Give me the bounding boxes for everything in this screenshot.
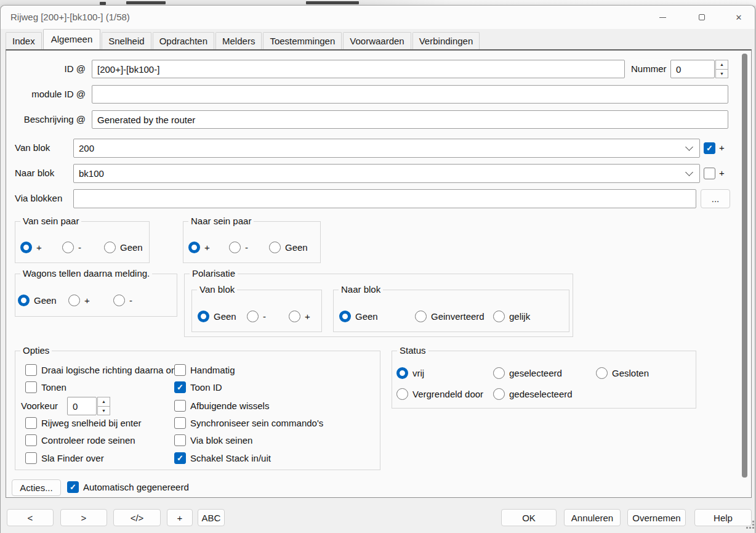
tab-snelheid[interactable]: Snelheid xyxy=(102,32,151,49)
beschrijving-input[interactable] xyxy=(92,110,728,129)
checkbox-schakel-stack[interactable]: Schakel Stack in/uit xyxy=(174,452,271,464)
naar-blok-combobox[interactable]: bk100 xyxy=(73,164,700,183)
checkbox-icon[interactable] xyxy=(174,364,186,376)
acties-button[interactable]: Acties... xyxy=(12,479,61,496)
radio-icon[interactable] xyxy=(493,388,505,400)
nummer-input[interactable] xyxy=(670,60,715,78)
radio-van-sein-geen[interactable]: Geen xyxy=(104,242,143,253)
checkbox-via-blok-seinen[interactable]: Via blok seinen xyxy=(174,434,252,446)
radio-icon[interactable] xyxy=(229,242,241,253)
tab-algemeen[interactable]: Algemeen xyxy=(43,29,101,49)
radio-wagons-geen[interactable]: Geen xyxy=(18,295,57,306)
checkbox-icon[interactable] xyxy=(25,452,37,464)
nav-next-button[interactable]: > xyxy=(60,509,107,526)
radio-status-vrij[interactable]: vrij xyxy=(396,367,424,379)
abc-button[interactable]: ABC xyxy=(198,509,225,526)
radio-pol-van-geen[interactable]: Geen xyxy=(198,311,236,322)
radio-icon[interactable] xyxy=(289,311,300,322)
radio-naar-sein-geen[interactable]: Geen xyxy=(269,242,308,253)
overnemen-button[interactable]: Overnemen xyxy=(627,509,686,526)
checkbox-sla-finder-over[interactable]: Sla Finder over xyxy=(25,452,104,464)
radio-status-vergrendeld[interactable]: Vergrendeld door xyxy=(396,388,483,400)
spin-down-icon[interactable]: ▼ xyxy=(715,70,728,79)
tab-toestemmingen[interactable]: Toestemmingen xyxy=(263,32,342,49)
radio-icon[interactable] xyxy=(415,311,427,322)
radio-icon[interactable] xyxy=(596,367,608,379)
checkbox-afbuigende-wissels[interactable]: Afbuigende wissels xyxy=(174,400,269,412)
tab-voorwaarden[interactable]: Voorwaarden xyxy=(343,32,411,49)
radio-icon[interactable] xyxy=(113,295,125,306)
checkbox-icon[interactable] xyxy=(174,381,186,393)
xml-view-button[interactable]: </> xyxy=(113,509,161,526)
checkbox-rijweg-snelheid[interactable]: Rijweg snelheid bij enter xyxy=(25,417,142,429)
nummer-spinner[interactable]: ▲ ▼ xyxy=(715,60,728,78)
spin-up-icon[interactable]: ▲ xyxy=(715,60,728,70)
radio-icon[interactable] xyxy=(247,311,259,322)
annuleren-button[interactable]: Annuleren xyxy=(564,509,621,526)
checkbox-tonen[interactable]: Tonen xyxy=(25,381,66,393)
checkbox-handmatig[interactable]: Handmatig xyxy=(174,364,235,376)
van-blok-combobox[interactable]: 200 xyxy=(73,139,700,158)
radio-pol-naar-gelijk[interactable]: gelijk xyxy=(493,311,530,322)
spin-down-icon[interactable]: ▼ xyxy=(97,407,110,416)
checkbox-icon[interactable] xyxy=(174,434,186,446)
radio-icon[interactable] xyxy=(188,242,200,253)
spin-up-icon[interactable]: ▲ xyxy=(97,397,110,407)
checkbox-toon-id[interactable]: Toon ID xyxy=(174,381,222,393)
nav-previous-button[interactable]: < xyxy=(7,509,54,526)
id-input[interactable] xyxy=(92,60,625,78)
radio-pol-van-plus[interactable]: + xyxy=(289,311,310,322)
radio-icon[interactable] xyxy=(396,367,408,379)
radio-wagons-plus[interactable]: + xyxy=(68,295,90,306)
checkbox-icon[interactable] xyxy=(25,417,37,429)
checkbox-synchroniseer-sein[interactable]: Synchroniseer sein commando's xyxy=(174,417,323,429)
checkbox-icon[interactable] xyxy=(25,434,37,446)
radio-icon[interactable] xyxy=(339,311,351,322)
resize-grip[interactable] xyxy=(746,521,755,529)
module-id-input[interactable] xyxy=(92,85,728,104)
help-button[interactable]: Help xyxy=(694,509,752,526)
van-blok-plus-checkbox[interactable] xyxy=(704,142,715,154)
vertical-scrollbar-thumb[interactable] xyxy=(742,54,747,478)
radio-naar-sein-min[interactable]: - xyxy=(229,242,248,253)
radio-status-geselecteerd[interactable]: geselecteerd xyxy=(493,367,562,379)
radio-status-gedeselecteerd[interactable]: gedeselecteerd xyxy=(493,388,573,400)
checkbox-controleer-rode-seinen[interactable]: Controleer rode seinen xyxy=(25,434,135,446)
tab-index[interactable]: Index xyxy=(6,32,42,49)
radio-icon[interactable] xyxy=(493,367,505,379)
radio-van-sein-plus[interactable]: + xyxy=(20,242,42,253)
checkbox-icon[interactable] xyxy=(25,364,37,376)
ok-button[interactable]: OK xyxy=(501,509,557,526)
radio-icon[interactable] xyxy=(493,311,505,322)
radio-van-sein-min[interactable]: - xyxy=(62,242,81,253)
radio-icon[interactable] xyxy=(269,242,281,253)
checkbox-icon[interactable] xyxy=(25,381,37,393)
radio-icon[interactable] xyxy=(68,295,80,306)
radio-icon[interactable] xyxy=(62,242,74,253)
checkbox-icon[interactable] xyxy=(174,417,186,429)
checkbox-icon[interactable] xyxy=(67,481,79,493)
voorkeur-input[interactable] xyxy=(67,397,97,415)
tab-opdrachten[interactable]: Opdrachten xyxy=(153,32,214,49)
maximize-button[interactable] xyxy=(688,6,716,29)
radio-icon[interactable] xyxy=(104,242,116,253)
add-button[interactable]: + xyxy=(167,509,193,526)
tab-verbindingen[interactable]: Verbindingen xyxy=(412,32,480,49)
radio-pol-naar-geen[interactable]: Geen xyxy=(339,311,378,322)
radio-icon[interactable] xyxy=(20,242,32,253)
via-blokken-input[interactable] xyxy=(73,189,696,208)
radio-icon[interactable] xyxy=(18,295,30,306)
tab-melders[interactable]: Melders xyxy=(215,32,262,49)
checkbox-automatisch-gegenereerd[interactable]: Automatisch gegenereerd xyxy=(67,481,189,493)
radio-pol-naar-geinverteerd[interactable]: Geinverteerd xyxy=(415,311,485,322)
radio-wagons-min[interactable]: - xyxy=(113,295,132,306)
naar-blok-plus-checkbox[interactable] xyxy=(704,168,715,179)
minimize-button[interactable] xyxy=(648,6,677,29)
radio-icon[interactable] xyxy=(396,388,408,400)
radio-pol-van-min[interactable]: - xyxy=(247,311,266,322)
via-blokken-browse-button[interactable]: ... xyxy=(701,189,730,208)
radio-icon[interactable] xyxy=(198,311,209,322)
voorkeur-spinner[interactable]: ▲ ▼ xyxy=(97,397,110,415)
radio-status-gesloten[interactable]: Gesloten xyxy=(596,367,649,379)
checkbox-draai-logische-richting[interactable]: Draai logische richting daarna om xyxy=(25,364,179,376)
